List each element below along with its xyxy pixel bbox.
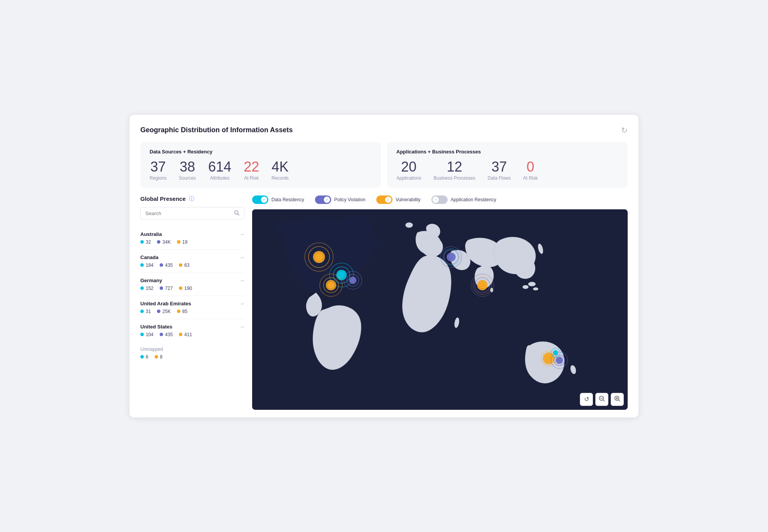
info-icon[interactable]: ⓘ <box>189 195 194 202</box>
unmapped-stats: 6 8 <box>140 354 244 360</box>
us-orange-dot <box>179 333 182 336</box>
region-us-name: United States <box>140 324 172 330</box>
uae-orange-dot <box>177 310 180 313</box>
dashboard: Geographic Distribution of Information A… <box>130 115 638 418</box>
unmapped-orange-dot <box>155 355 158 359</box>
toggle-policy-violation-switch[interactable]: ✓ <box>315 195 331 204</box>
region-germany-header: Germany → <box>140 278 244 283</box>
region-item-uae[interactable]: United Arab Emirates → 31 25K <box>140 296 244 319</box>
germany-purple-stat: 727 <box>160 286 173 291</box>
svg-point-47 <box>557 358 562 362</box>
data-sources-title: Data Sources + Residency <box>150 149 372 155</box>
toggle-app-residency-knob: ✕ <box>433 197 439 203</box>
australia-purple-value: 34K <box>162 239 170 245</box>
unmapped-section: Unmapped 6 8 <box>140 342 244 360</box>
map-zoom-out-button[interactable] <box>595 393 608 406</box>
canada-cyan-value: 184 <box>146 263 153 268</box>
region-canada-stats: 184 435 63 <box>140 263 244 268</box>
applications-items: 20 Applications 12 Business Processes 37… <box>396 160 618 181</box>
region-us-arrow[interactable]: → <box>239 324 244 330</box>
region-canada-header: Canada → <box>140 254 244 260</box>
region-australia-name: Australia <box>140 231 162 237</box>
region-item-canada[interactable]: Canada → 184 435 <box>140 250 244 273</box>
unmapped-label: Unmapped <box>140 347 244 352</box>
germany-orange-value: 190 <box>184 286 192 291</box>
applications-title: Applications + Business Processes <box>396 149 618 155</box>
region-germany-arrow[interactable]: → <box>239 278 244 283</box>
stat-at-risk-sources: 22 At Risk <box>244 160 259 181</box>
us-cyan-dot <box>140 333 144 336</box>
germany-orange-stat: 190 <box>179 286 192 291</box>
stat-data-flows: 37 Data Flows <box>488 160 511 181</box>
australia-orange-dot <box>177 240 180 244</box>
region-uae-arrow[interactable]: → <box>239 301 244 306</box>
stat-data-flows-value: 37 <box>492 160 507 174</box>
search-input[interactable] <box>145 210 234 216</box>
svg-point-4 <box>309 221 315 224</box>
toggle-app-residency-switch[interactable]: ✕ <box>431 195 448 204</box>
unmapped-orange-stat: 8 <box>155 354 163 360</box>
uae-purple-dot <box>157 310 160 313</box>
germany-orange-dot <box>179 286 182 290</box>
unmapped-cyan-stat: 6 <box>140 354 148 360</box>
map-reset-icon: ↺ <box>584 396 589 403</box>
search-box[interactable] <box>140 207 244 220</box>
uae-purple-value: 25K <box>162 309 170 314</box>
us-orange-value: 411 <box>184 332 192 337</box>
region-item-australia[interactable]: Australia → 32 34K <box>140 227 244 250</box>
unmapped-cyan-dot <box>140 355 144 359</box>
australia-orange-stat: 19 <box>177 239 187 245</box>
stat-data-flows-label: Data Flows <box>488 175 511 181</box>
region-germany-stats: 152 727 190 <box>140 286 244 291</box>
region-australia-arrow[interactable]: → <box>239 231 244 237</box>
stat-regions-label: Regions <box>150 175 167 181</box>
australia-purple-stat: 34K <box>157 239 170 245</box>
svg-point-8 <box>528 281 536 286</box>
canada-orange-value: 63 <box>184 263 189 268</box>
svg-point-39 <box>479 281 486 288</box>
stat-at-risk-apps-label: At Risk <box>523 175 538 181</box>
canada-orange-dot <box>179 263 182 267</box>
world-map-svg <box>252 209 628 410</box>
map-reset-button[interactable]: ↺ <box>580 393 593 406</box>
region-canada-name: Canada <box>140 254 158 260</box>
map-zoom-in-button[interactable] <box>611 393 624 406</box>
panel-title: Global Presence <box>140 195 186 202</box>
stat-regions: 37 Regions <box>150 160 167 181</box>
region-canada-arrow[interactable]: → <box>239 254 244 260</box>
us-orange-stat: 411 <box>179 332 192 337</box>
search-icon <box>234 210 239 217</box>
region-uae-stats: 31 25K 85 <box>140 309 244 314</box>
refresh-icon[interactable]: ↻ <box>621 126 628 135</box>
toggle-vulnerability-switch[interactable]: ✓ <box>376 195 392 204</box>
map-container: ↺ <box>252 209 628 410</box>
dashboard-header: Geographic Distribution of Information A… <box>140 126 628 135</box>
stat-at-risk-sources-value: 22 <box>244 160 259 174</box>
toggle-policy-violation-knob: ✓ <box>324 197 330 203</box>
toggle-policy-violation: ✓ Policy Violation <box>315 195 365 204</box>
canada-purple-dot <box>160 263 163 267</box>
toggle-vulnerability-label: Vulnerability <box>396 197 421 202</box>
stat-sources: 38 Sources <box>179 160 196 181</box>
stat-records: 4K Records <box>271 160 289 181</box>
stat-sources-label: Sources <box>179 175 196 181</box>
uae-purple-stat: 25K <box>157 309 170 314</box>
stat-attributes: 614 Attributes <box>208 160 231 181</box>
zoom-in-icon <box>614 396 620 403</box>
toggle-data-residency-switch[interactable]: ✓ <box>252 195 268 204</box>
toggle-policy-violation-label: Policy Violation <box>334 197 365 202</box>
region-item-germany[interactable]: Germany → 152 727 <box>140 273 244 296</box>
stat-sources-value: 38 <box>180 160 195 174</box>
us-purple-dot <box>160 333 163 336</box>
toggle-bar: ✓ Data Residency ✓ Policy Violation ✓ <box>252 195 628 204</box>
canada-orange-stat: 63 <box>179 263 189 268</box>
germany-cyan-dot <box>140 286 144 290</box>
stat-at-risk-apps: 0 At Risk <box>523 160 538 181</box>
us-purple-value: 435 <box>165 332 173 337</box>
region-uae-header: United Arab Emirates → <box>140 301 244 306</box>
svg-point-34 <box>448 254 454 259</box>
region-item-us[interactable]: United States → 104 435 <box>140 319 244 342</box>
stat-applications-label: Applications <box>396 175 421 181</box>
region-us-header: United States → <box>140 324 244 330</box>
svg-point-12 <box>405 222 413 228</box>
